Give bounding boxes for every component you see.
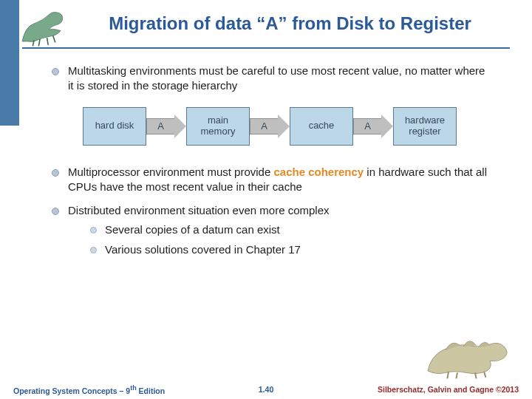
diagram-arrow: A (250, 115, 290, 138)
footer-edition-super: th (130, 384, 137, 392)
dinosaur-icon (421, 321, 517, 380)
dinosaur-icon (16, 4, 75, 49)
slide-number: 1.40 (259, 385, 273, 394)
slide-title: Migration of data “A” from Disk to Regis… (41, 13, 510, 34)
bullet-item: Distributed environment situation even m… (52, 203, 488, 257)
diagram-box-cache: cache (290, 107, 353, 146)
bullet-text: Multitasking environments must be carefu… (68, 64, 485, 92)
bullet-text: Distributed environment situation even m… (68, 204, 330, 216)
diagram-box-hardware-register: hardware register (393, 107, 457, 146)
sub-bullet-text: Several copies of a datum can exist (105, 223, 280, 236)
sub-bullet-item: Several copies of a datum can exist (90, 222, 488, 237)
diagram-arrow: A (353, 115, 393, 138)
slide-content: Multitasking environments must be carefu… (0, 49, 532, 257)
slide-header: Migration of data “A” from Disk to Regis… (0, 0, 532, 41)
arrow-label: A (250, 118, 278, 134)
slide-footer: Operating System Concepts – 9th Edition … (0, 380, 532, 399)
footer-copyright: Silberschatz, Galvin and Gagne ©2013 (378, 385, 519, 394)
sub-bullet-item: Various solutions covered in Chapter 17 (90, 242, 488, 257)
footer-book-title: Operating System Concepts – 9th Edition (13, 384, 165, 395)
diagram-box-main-memory: main memory (186, 107, 250, 146)
arrow-label: A (353, 118, 381, 134)
footer-left-text: Operating System Concepts – 9 (13, 386, 130, 395)
sub-bullet-text: Various solutions covered in Chapter 17 (105, 243, 301, 256)
migration-diagram: hard disk A main memory A cache A hardwa… (52, 107, 488, 146)
highlight-term: cache coherency (273, 166, 364, 178)
arrow-label: A (146, 118, 174, 134)
footer-left-suffix: Edition (137, 386, 166, 395)
bullet-item: Multiprocessor environment must provide … (52, 165, 488, 195)
diagram-box-hard-disk: hard disk (83, 107, 146, 146)
bullet-item: Multitasking environments must be carefu… (52, 64, 488, 94)
bullet-text-pre: Multiprocessor environment must provide (68, 166, 273, 178)
diagram-arrow: A (146, 115, 186, 138)
